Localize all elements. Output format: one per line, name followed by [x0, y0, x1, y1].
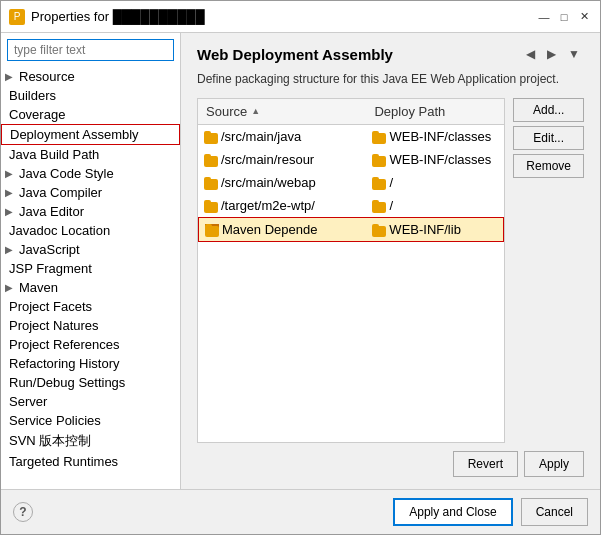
sidebar-item-java-code-style[interactable]: ▶ Java Code Style	[1, 164, 180, 183]
folder-icon	[372, 131, 386, 142]
source-cell: /src/main/java	[198, 127, 366, 146]
sidebar-item-label: Project Natures	[9, 318, 99, 333]
footer: ? Apply and Close Cancel	[1, 489, 600, 534]
sidebar-item-project-facets[interactable]: Project Facets	[1, 297, 180, 316]
sidebar-item-java-build-path[interactable]: Java Build Path	[1, 145, 180, 164]
source-cell: /src/main/resour	[198, 150, 366, 169]
edit-button[interactable]: Edit...	[513, 126, 584, 150]
sidebar-item-resource[interactable]: ▶ Resource	[1, 67, 180, 86]
sidebar-item-label: Project Facets	[9, 299, 92, 314]
sidebar-item-label: Javadoc Location	[9, 223, 110, 238]
remove-button[interactable]: Remove	[513, 154, 584, 178]
sidebar-item-javascript[interactable]: ▶ JavaScript	[1, 240, 180, 259]
dialog-title: Properties for ██████████	[31, 9, 205, 24]
sidebar-item-label: Service Policies	[9, 413, 101, 428]
expand-arrow-icon: ▶	[5, 187, 13, 198]
title-bar-left: P Properties for ██████████	[9, 9, 205, 25]
footer-buttons: Apply and Close Cancel	[393, 498, 588, 526]
sidebar-item-label: Deployment Assembly	[10, 127, 139, 142]
filter-input[interactable]	[7, 39, 174, 61]
sidebar-item-label: Project References	[9, 337, 120, 352]
sidebar-item-jsp-fragment[interactable]: JSP Fragment	[1, 259, 180, 278]
project-name: ██████████	[113, 9, 205, 24]
sidebar-item-coverage[interactable]: Coverage	[1, 105, 180, 124]
side-buttons: Add... Edit... Remove	[513, 98, 584, 443]
sidebar-item-label: Run/Debug Settings	[9, 375, 125, 390]
revert-button[interactable]: Revert	[453, 451, 518, 477]
folder-icon	[204, 200, 218, 211]
folder-icon	[205, 224, 219, 235]
sidebar-item-label: Server	[9, 394, 47, 409]
sidebar-item-service-policies[interactable]: Service Policies	[1, 411, 180, 430]
title-bar: P Properties for ██████████ — □ ✕	[1, 1, 600, 33]
sidebar-item-project-references[interactable]: Project References	[1, 335, 180, 354]
deploy-cell: WEB-INF/classes	[366, 127, 504, 146]
expand-arrow-icon: ▶	[5, 244, 13, 255]
sidebar-item-refactoring-history[interactable]: Refactoring History	[1, 354, 180, 373]
sidebar-item-java-editor[interactable]: ▶ Java Editor	[1, 202, 180, 221]
source-cell: /src/main/webap	[198, 173, 366, 192]
sidebar-item-label: SVN 版本控制	[9, 432, 91, 450]
folder-icon	[204, 154, 218, 165]
help-button[interactable]: ?	[13, 502, 33, 522]
sidebar-item-project-natures[interactable]: Project Natures	[1, 316, 180, 335]
bottom-row: Revert Apply	[197, 451, 584, 477]
page-title: Web Deployment Assembly	[197, 46, 393, 63]
sidebar-item-maven[interactable]: ▶ Maven	[1, 278, 180, 297]
navigation-arrows: ◀ ▶ ▼	[522, 45, 584, 63]
deploy-cell: WEB-INF/classes	[366, 150, 504, 169]
sidebar-item-run-debug[interactable]: Run/Debug Settings	[1, 373, 180, 392]
sidebar-item-label: Java Build Path	[9, 147, 99, 162]
folder-icon	[372, 154, 386, 165]
deploy-column-header: Deploy Path	[366, 102, 504, 121]
folder-icon	[204, 131, 218, 142]
source-column-header: Source ▲	[198, 102, 366, 121]
close-button[interactable]: ✕	[576, 9, 592, 25]
source-cell: Maven Depende	[199, 220, 366, 239]
assembly-table: Source ▲ Deploy Path /src/mai	[197, 98, 505, 443]
sidebar-item-server[interactable]: Server	[1, 392, 180, 411]
minimize-button[interactable]: —	[536, 9, 552, 25]
table-row[interactable]: /src/main/java WEB-INF/classes	[198, 125, 504, 148]
deploy-cell: WEB-INF/lib	[366, 220, 503, 239]
sidebar-item-label: Targeted Runtimes	[9, 454, 118, 469]
back-button[interactable]: ◀	[522, 45, 539, 63]
sidebar: ▶ Resource Builders Coverage Deployment …	[1, 33, 181, 489]
sidebar-item-svn[interactable]: SVN 版本控制	[1, 430, 180, 452]
content-area: ▶ Resource Builders Coverage Deployment …	[1, 33, 600, 489]
maximize-button[interactable]: □	[556, 9, 572, 25]
folder-icon	[372, 224, 386, 235]
title-controls: — □ ✕	[536, 9, 592, 25]
sidebar-item-builders[interactable]: Builders	[1, 86, 180, 105]
folder-icon	[372, 177, 386, 188]
table-row[interactable]: /src/main/resour WEB-INF/classes	[198, 148, 504, 171]
sidebar-item-javadoc-location[interactable]: Javadoc Location	[1, 221, 180, 240]
apply-button[interactable]: Apply	[524, 451, 584, 477]
folder-icon	[204, 177, 218, 188]
folder-icon	[372, 200, 386, 211]
expand-arrow-icon: ▶	[5, 206, 13, 217]
sidebar-item-label: Maven	[19, 280, 58, 295]
sidebar-item-label: Coverage	[9, 107, 65, 122]
add-button[interactable]: Add...	[513, 98, 584, 122]
sidebar-item-label: Java Compiler	[19, 185, 102, 200]
table-row[interactable]: /src/main/webap /	[198, 171, 504, 194]
table-header: Source ▲ Deploy Path	[198, 99, 504, 125]
sidebar-item-label: Resource	[19, 69, 75, 84]
deploy-cell: /	[366, 173, 504, 192]
table-row-highlighted[interactable]: Maven Depende WEB-INF/lib	[198, 217, 504, 242]
deploy-cell: /	[366, 196, 504, 215]
expand-arrow-icon: ▶	[5, 168, 13, 179]
sidebar-item-deployment-assembly[interactable]: Deployment Assembly	[1, 124, 180, 145]
apply-close-button[interactable]: Apply and Close	[393, 498, 512, 526]
sidebar-item-targeted-runtimes[interactable]: Targeted Runtimes	[1, 452, 180, 471]
table-row[interactable]: /target/m2e-wtp/ /	[198, 194, 504, 217]
forward-button[interactable]: ▶	[543, 45, 560, 63]
sidebar-item-java-compiler[interactable]: ▶ Java Compiler	[1, 183, 180, 202]
assembly-area: Source ▲ Deploy Path /src/mai	[197, 98, 584, 443]
cancel-button[interactable]: Cancel	[521, 498, 588, 526]
main-panel: Web Deployment Assembly ◀ ▶ ▼ Define pac…	[181, 33, 600, 489]
footer-left: ?	[13, 502, 33, 522]
dropdown-button[interactable]: ▼	[564, 45, 584, 63]
sidebar-items-list: ▶ Resource Builders Coverage Deployment …	[1, 67, 180, 489]
